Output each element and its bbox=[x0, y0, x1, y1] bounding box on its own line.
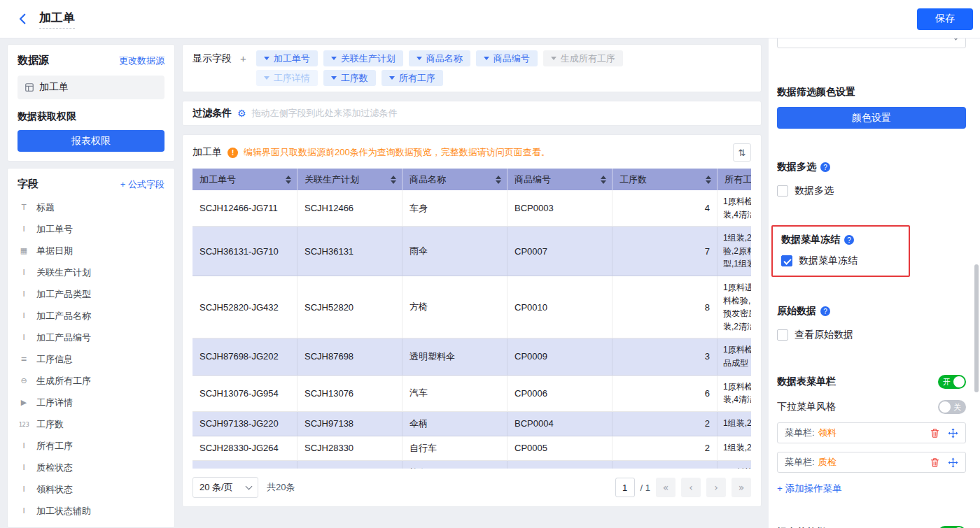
left-sidebar: 数据源 更改数据源 加工单 数据获取权限 报表权限 字段 + 公式字段 T标题I… bbox=[7, 44, 175, 528]
sort-icon[interactable] bbox=[391, 176, 396, 184]
sort-asc-icon bbox=[496, 176, 501, 179]
datasource-item[interactable]: 加工单 bbox=[18, 76, 164, 99]
raw-data-title: 原始数据 bbox=[777, 305, 816, 317]
last-page-button[interactable]: » bbox=[732, 478, 751, 497]
sort-icon[interactable] bbox=[496, 176, 501, 184]
help-icon[interactable]: ? bbox=[820, 162, 830, 172]
table-icon bbox=[24, 83, 34, 92]
column-header[interactable]: 商品编号 bbox=[507, 169, 612, 190]
table-row[interactable]: SCJH12466-JG711SCJH12466车身BCP000341原料检 装… bbox=[192, 190, 751, 227]
field-item[interactable]: 123工序数 bbox=[18, 413, 164, 435]
display-field-chip[interactable]: 商品名称 bbox=[409, 50, 470, 66]
color-settings-button[interactable]: 颜色设置 bbox=[777, 107, 966, 129]
column-header[interactable]: 所有工序 bbox=[718, 169, 751, 190]
multiselect-checkbox[interactable] bbox=[777, 185, 788, 197]
column-header[interactable]: 关联生产计划 bbox=[298, 169, 402, 190]
table-row[interactable]: SCJH87698-JG202SCJH87698透明塑料伞CP000931原料检… bbox=[192, 338, 751, 375]
field-item[interactable]: I加工状态辅助 bbox=[18, 500, 164, 522]
chip-label: 加工单号 bbox=[274, 52, 310, 65]
text-icon: I bbox=[18, 290, 30, 299]
field-item[interactable]: I质检状态 bbox=[18, 457, 164, 478]
gear-icon[interactable]: ⚙ bbox=[237, 108, 246, 119]
display-field-chip[interactable]: 工序详情 bbox=[256, 70, 318, 86]
next-page-button[interactable]: › bbox=[706, 478, 726, 497]
raw-data-label: 查看原始数据 bbox=[794, 329, 853, 341]
text-icon: I bbox=[18, 485, 30, 494]
page-total: / 1 bbox=[640, 483, 650, 493]
chevron-down-icon bbox=[416, 57, 422, 60]
report-permission-button[interactable]: 报表权限 bbox=[18, 130, 164, 152]
field-item[interactable]: I关联生产计划 bbox=[18, 262, 164, 283]
chip-label: 商品名称 bbox=[426, 52, 463, 65]
table-menubar-toggle[interactable]: 开 bbox=[938, 375, 966, 389]
field-item[interactable]: ≡工序信息 bbox=[18, 348, 164, 370]
sort-order-button[interactable]: ⇅ bbox=[733, 143, 751, 162]
total-count: 共20条 bbox=[267, 481, 295, 494]
page-size-select[interactable]: 20 条/页 bbox=[192, 477, 258, 498]
table-row[interactable]: SCJH13076-JG954SCJH13076汽车CP000661原料检 装,… bbox=[192, 376, 751, 412]
sort-icon[interactable] bbox=[286, 176, 291, 184]
cell-code: BCP0004 bbox=[507, 412, 612, 436]
sort-desc-icon bbox=[286, 180, 291, 184]
display-field-chip[interactable]: 生成所有工序 bbox=[543, 50, 623, 66]
column-header[interactable]: 商品名称 bbox=[402, 169, 507, 190]
column-header-label: 工序数 bbox=[620, 173, 647, 186]
field-label: 加工产品名称 bbox=[36, 310, 91, 322]
cell-all-processes: 1原料检 品成型 bbox=[718, 338, 751, 375]
change-datasource-link[interactable]: 更改数据源 bbox=[119, 55, 164, 67]
prev-page-button[interactable]: ‹ bbox=[681, 478, 701, 497]
vertical-scrollbar[interactable] bbox=[974, 264, 979, 392]
table-row[interactable]: SCJH36131-JG710SCJH36131雨伞CP000771组装,2 验… bbox=[192, 227, 751, 276]
display-field-chip[interactable]: 商品编号 bbox=[476, 50, 538, 66]
cell-plan: SCJH13076 bbox=[298, 376, 402, 412]
display-field-chip[interactable]: 关联生产计划 bbox=[323, 50, 403, 66]
help-icon[interactable]: ? bbox=[820, 306, 830, 316]
column-header[interactable]: 加工单号 bbox=[192, 169, 298, 190]
field-item[interactable]: T标题 bbox=[18, 197, 164, 218]
sort-icon[interactable] bbox=[601, 176, 606, 184]
field-label: 生成所有工序 bbox=[36, 375, 91, 387]
display-field-chip[interactable]: 加工单号 bbox=[256, 50, 318, 66]
save-button[interactable]: 保存 bbox=[917, 8, 973, 30]
display-field-chip[interactable]: 工序数 bbox=[323, 70, 376, 86]
chip-label: 工序数 bbox=[341, 72, 368, 85]
field-item[interactable]: I加工产品类型 bbox=[18, 283, 164, 305]
table-row[interactable]: SCJH56863-JG518SCJH56863椅腿BCP001121原料检 bbox=[192, 461, 751, 469]
cell-order-no: SCJH52820-JG432 bbox=[192, 276, 298, 338]
table-row[interactable]: SCJH97138-JG220SCJH97138伞柄BCP000421组装,2 bbox=[192, 412, 751, 436]
field-item[interactable]: I加工产品名称 bbox=[18, 305, 164, 327]
cell-code: BCP0003 bbox=[507, 190, 612, 227]
add-operation-menu-link[interactable]: + 添加操作菜单 bbox=[777, 483, 842, 495]
table-row[interactable]: SCJH52820-JG432SCJH52820方椅CP001081原料进 料检… bbox=[192, 276, 751, 338]
collapsed-select[interactable] bbox=[777, 38, 966, 48]
delete-icon[interactable] bbox=[930, 457, 940, 468]
field-item[interactable]: I领料状态 bbox=[18, 478, 164, 500]
raw-data-checkbox[interactable] bbox=[777, 329, 788, 341]
field-item[interactable]: ▶工序详情 bbox=[18, 392, 164, 413]
field-item[interactable]: ⊖生成所有工序 bbox=[18, 370, 164, 392]
datasource-item-label: 加工单 bbox=[39, 81, 69, 94]
field-item[interactable]: I所有工序 bbox=[18, 435, 164, 457]
delete-icon[interactable] bbox=[930, 428, 940, 438]
freeze-checkbox[interactable] bbox=[781, 255, 792, 266]
table-row[interactable]: SCJH28330-JG264SCJH28330自行车CP000521组装,2 bbox=[192, 436, 751, 461]
chevron-down-icon bbox=[264, 76, 270, 80]
chip-label: 商品编号 bbox=[493, 52, 530, 65]
field-item[interactable]: ▦单据日期 bbox=[18, 240, 164, 262]
cell-product: 车身 bbox=[402, 190, 507, 227]
page-number-box[interactable]: 1 bbox=[615, 478, 635, 497]
add-display-field-button[interactable]: + bbox=[240, 52, 246, 86]
first-page-button[interactable]: « bbox=[656, 478, 676, 497]
add-formula-field-link[interactable]: + 公式字段 bbox=[120, 178, 164, 191]
help-icon[interactable]: ? bbox=[844, 235, 854, 245]
back-button[interactable] bbox=[17, 13, 29, 25]
field-item[interactable]: I加工单号 bbox=[18, 218, 164, 240]
sort-icon[interactable] bbox=[706, 176, 711, 184]
move-icon[interactable] bbox=[948, 428, 958, 438]
filter-panel[interactable]: 过滤条件 ⚙ 拖动左侧字段到此处来添加过滤条件 bbox=[182, 101, 762, 126]
display-field-chip[interactable]: 所有工序 bbox=[382, 70, 443, 86]
move-icon[interactable] bbox=[948, 457, 958, 468]
dropdown-style-toggle[interactable]: 关 bbox=[938, 400, 966, 414]
field-item[interactable]: I加工产品编号 bbox=[18, 327, 164, 348]
column-header[interactable]: 工序数 bbox=[612, 169, 718, 190]
